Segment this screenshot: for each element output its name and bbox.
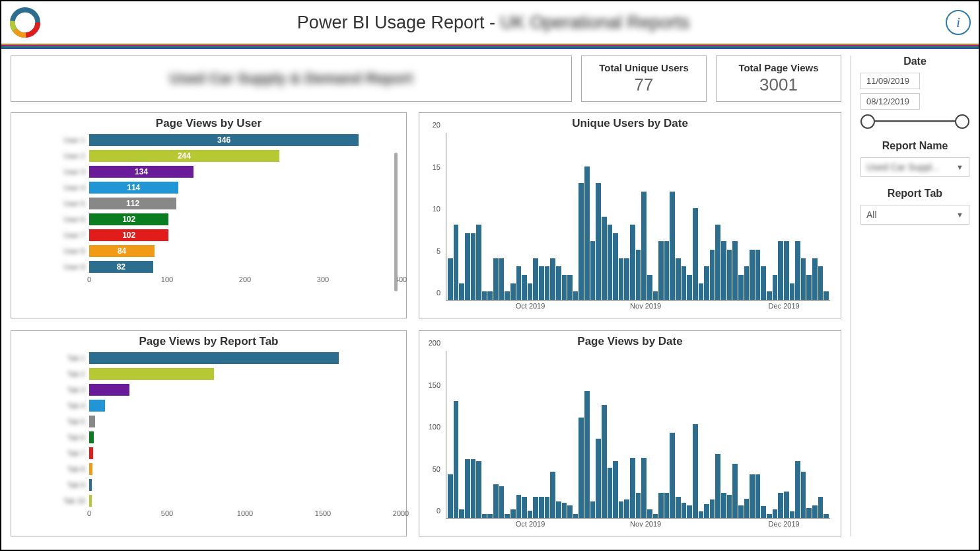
- bar[interactable]: [545, 266, 550, 300]
- bar[interactable]: [732, 241, 738, 300]
- bar[interactable]: [556, 501, 561, 518]
- bar[interactable]: [602, 217, 607, 301]
- bar-row[interactable]: User 6 102: [17, 212, 401, 227]
- bar[interactable]: [755, 250, 761, 300]
- bar[interactable]: [476, 225, 481, 300]
- bar[interactable]: [619, 501, 624, 518]
- bar[interactable]: [448, 258, 453, 300]
- bar-row[interactable]: Tab 1: [17, 351, 401, 365]
- bar[interactable]: [658, 241, 664, 300]
- bar[interactable]: [499, 486, 505, 518]
- bar[interactable]: [806, 275, 812, 300]
- date-start-input[interactable]: 11/09/2019: [860, 73, 920, 89]
- bar-row[interactable]: Tab 5: [17, 414, 401, 429]
- bar[interactable]: [613, 461, 618, 518]
- bar-row[interactable]: Tab 10: [17, 494, 401, 508]
- bar[interactable]: [727, 250, 732, 300]
- bar[interactable]: [682, 503, 687, 518]
- bar[interactable]: [596, 183, 601, 300]
- bar[interactable]: [487, 514, 493, 518]
- bar[interactable]: [641, 458, 647, 518]
- bar[interactable]: [664, 493, 670, 518]
- bar[interactable]: [522, 497, 527, 518]
- bar[interactable]: [619, 258, 624, 300]
- bar[interactable]: [721, 241, 726, 300]
- bar[interactable]: [613, 233, 618, 300]
- bar[interactable]: [738, 505, 744, 518]
- bar[interactable]: [584, 391, 590, 518]
- bar[interactable]: [487, 291, 493, 300]
- bar[interactable]: [608, 225, 613, 300]
- bar-row[interactable]: User 7 102: [17, 228, 401, 242]
- bar[interactable]: [670, 192, 675, 300]
- bar[interactable]: [533, 497, 538, 518]
- chart-page-views-by-date[interactable]: Page Views by Date050100150200Oct 2019No…: [419, 330, 841, 536]
- bar[interactable]: [590, 501, 596, 518]
- bar[interactable]: [710, 250, 715, 300]
- bar-row[interactable]: User 5 112: [17, 196, 401, 211]
- bar[interactable]: [522, 275, 527, 300]
- bar[interactable]: [715, 454, 720, 518]
- chart-page-views-by-user[interactable]: Page Views by User User 1 346 User 2 244…: [11, 112, 407, 318]
- bar[interactable]: [653, 514, 658, 518]
- bar[interactable]: [505, 514, 510, 518]
- bar[interactable]: [567, 505, 573, 518]
- bar[interactable]: [636, 493, 641, 518]
- bar[interactable]: [578, 418, 584, 518]
- bar[interactable]: [806, 508, 812, 518]
- bar[interactable]: [539, 497, 544, 518]
- bar-row[interactable]: Tab 7: [17, 446, 401, 460]
- bar-row[interactable]: User 1 346: [17, 133, 401, 147]
- bar[interactable]: [493, 484, 499, 518]
- bar[interactable]: [761, 506, 766, 518]
- bar[interactable]: [505, 291, 510, 300]
- bar-row[interactable]: Tab 3: [17, 383, 401, 397]
- bar[interactable]: [545, 497, 550, 518]
- bar[interactable]: [704, 504, 709, 519]
- bar[interactable]: [823, 291, 829, 300]
- bar[interactable]: [784, 492, 789, 518]
- bar[interactable]: [528, 283, 533, 300]
- bar[interactable]: [715, 225, 720, 300]
- bar[interactable]: [738, 275, 744, 300]
- bar[interactable]: [608, 468, 613, 518]
- bar[interactable]: [773, 275, 778, 300]
- bar[interactable]: [755, 474, 761, 518]
- bar[interactable]: [454, 225, 459, 300]
- bar[interactable]: [670, 433, 675, 518]
- bar[interactable]: [556, 266, 561, 300]
- bar[interactable]: [573, 514, 578, 518]
- bar[interactable]: [550, 472, 555, 518]
- bar[interactable]: [818, 266, 823, 300]
- date-end-input[interactable]: 08/12/2019: [860, 93, 920, 110]
- bar[interactable]: [459, 509, 464, 518]
- bar-row[interactable]: Tab 4: [17, 398, 401, 413]
- bar[interactable]: [773, 509, 778, 518]
- bar[interactable]: [818, 497, 823, 518]
- bar[interactable]: [658, 493, 664, 518]
- bar[interactable]: [727, 495, 732, 518]
- bar-row[interactable]: Tab 6: [17, 430, 401, 445]
- chart-page-views-by-report-tab[interactable]: Page Views by Report Tab Tab 1 Tab 2 Tab…: [11, 330, 407, 536]
- bar[interactable]: [562, 503, 567, 518]
- bar[interactable]: [778, 241, 783, 300]
- bar-row[interactable]: User 4 114: [17, 180, 401, 195]
- bar[interactable]: [590, 241, 596, 300]
- bar[interactable]: [693, 424, 698, 518]
- bar[interactable]: [499, 258, 505, 300]
- bar[interactable]: [533, 258, 538, 300]
- bar[interactable]: [471, 233, 476, 300]
- bar[interactable]: [596, 439, 601, 518]
- bar[interactable]: [482, 514, 487, 518]
- bar[interactable]: [454, 401, 459, 518]
- bar[interactable]: [493, 258, 499, 300]
- bar[interactable]: [630, 225, 635, 300]
- report-tab-dropdown[interactable]: All ▼: [860, 205, 969, 225]
- bar[interactable]: [784, 241, 789, 300]
- bar[interactable]: [676, 258, 681, 300]
- bar[interactable]: [767, 291, 772, 300]
- bar[interactable]: [664, 241, 670, 300]
- bar[interactable]: [704, 266, 709, 300]
- bar[interactable]: [516, 495, 522, 518]
- bar[interactable]: [732, 464, 738, 518]
